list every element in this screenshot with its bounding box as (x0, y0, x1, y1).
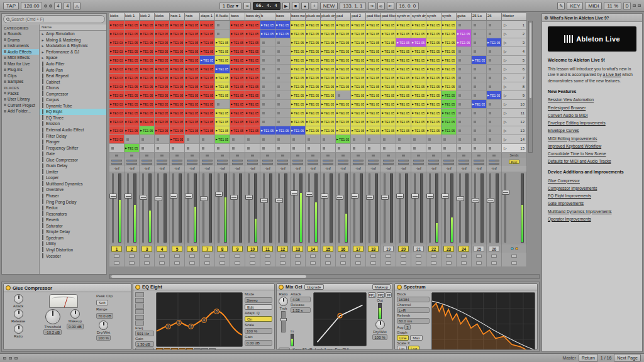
clip[interactable]: ▶TE1 05 (396, 65, 411, 74)
crossfade-cell[interactable] (487, 260, 502, 266)
track-activator[interactable]: 12 (275, 244, 291, 253)
clip-slot[interactable] (487, 100, 502, 109)
crossfade-cell[interactable] (381, 253, 396, 260)
fader-handle[interactable] (291, 190, 298, 195)
clip[interactable]: ▶TE1 05 (140, 82, 155, 91)
clip-stop-button[interactable] (306, 153, 321, 158)
clip[interactable]: ▶TE1 05 (291, 91, 306, 100)
clip[interactable]: ▶TE1 05 (381, 126, 396, 135)
clip[interactable]: ▶TE1 05 (230, 38, 245, 47)
crossfade-cell[interactable] (125, 260, 140, 266)
scene-launch[interactable]: ▷12 (502, 118, 527, 126)
clip[interactable]: ▶TE1 05 (321, 118, 336, 126)
clip[interactable]: ▶TE1 05 (336, 38, 351, 47)
track-activator[interactable]: 26 (487, 244, 502, 253)
clip-stop-button[interactable] (321, 153, 336, 158)
clip[interactable]: ▶TE3 05 (155, 30, 170, 38)
clip-slot[interactable] (291, 144, 306, 153)
clip-slot[interactable] (215, 144, 230, 153)
scene-launch[interactable]: ▷11 (502, 109, 527, 118)
clip[interactable]: ▶TE1 05 (396, 82, 411, 91)
browser-item-flanger[interactable]: Flanger (40, 139, 106, 145)
clip[interactable]: ▶TE1 05 (306, 126, 321, 135)
lookahead-value[interactable]: Look 1 ms (315, 348, 333, 350)
lesson-link-improved-keyboard-workflow[interactable]: Improved Keyboard Workflow (548, 143, 636, 150)
clip[interactable]: ▶TE1 05 (366, 74, 381, 82)
send-b-slider[interactable] (187, 163, 197, 165)
fader-handle[interactable] (441, 194, 449, 199)
clip-slot[interactable] (411, 144, 426, 153)
clip[interactable]: ▶TE1 05 (487, 91, 502, 100)
q-value[interactable]: 0.71 (135, 348, 154, 350)
soft-clip-toggle[interactable]: Soft (96, 300, 108, 305)
clip[interactable]: ▶TE1 05 (381, 21, 396, 30)
track-header[interactable]: pluck we (306, 13, 321, 21)
clip-slot[interactable] (457, 144, 472, 153)
clip[interactable]: ▶TE3 03 (109, 47, 125, 56)
crossfade-cell[interactable] (306, 260, 321, 266)
clip[interactable]: ▶TE1 05 (366, 65, 381, 74)
crossfade-cell[interactable] (441, 253, 457, 260)
send-a-slider[interactable] (443, 160, 454, 162)
fader-handle[interactable] (426, 194, 434, 199)
track-activator[interactable]: 22 (426, 244, 441, 253)
clip[interactable]: ▶TE1 05 (411, 56, 426, 65)
fader-cell[interactable] (487, 172, 502, 244)
crossfade-cell[interactable] (411, 253, 426, 260)
makeup-knob[interactable] (70, 309, 80, 319)
clip[interactable]: ▶TE1 05 (351, 91, 366, 100)
crossfade-cell[interactable] (215, 253, 230, 260)
clip-slot[interactable] (457, 91, 472, 100)
clip[interactable]: ▶TE1 05 (441, 30, 457, 38)
track-header[interactable]: hats 1 (170, 13, 185, 21)
clip[interactable]: ▶TE1 05 (275, 21, 291, 30)
crossfade-cell[interactable] (230, 260, 245, 266)
clip[interactable]: ▶TE1 05 (215, 56, 230, 65)
session-vertical-scrollbar[interactable] (528, 21, 533, 153)
send-a-slider[interactable] (428, 160, 439, 162)
clip[interactable]: ▶TE3 05 (155, 118, 170, 126)
clip[interactable]: ▶TE1 05 (426, 47, 441, 56)
sidebar-item-midi-effects[interactable]: MIDI Effects (2, 55, 39, 61)
crossfade-cell[interactable] (396, 260, 411, 266)
crossfade-cell[interactable] (245, 253, 260, 260)
new-button[interactable]: NEW (320, 2, 338, 10)
clip[interactable]: ▶TE1 05 (125, 91, 140, 100)
clip[interactable]: ▶TE1 05 (396, 21, 411, 30)
clip[interactable]: ▶TE1 05 (321, 38, 336, 47)
clip[interactable]: ▶TE1 05 (260, 21, 275, 30)
scene-launch[interactable]: ▷15 (502, 144, 527, 153)
clip[interactable]: ▶TE1 05 (245, 109, 260, 118)
clip[interactable]: ▶TE1 05 (351, 109, 366, 118)
fader-cell[interactable] (109, 172, 125, 244)
clip[interactable]: ▶TE1 05 (396, 91, 411, 100)
clip-slot[interactable] (155, 144, 170, 153)
clip[interactable]: ▶TE1 05 (230, 91, 245, 100)
clip-slot[interactable] (381, 144, 396, 153)
clip-slot[interactable] (487, 74, 502, 82)
clip[interactable]: ▶TE1 05 (140, 30, 155, 38)
clip-slot[interactable] (140, 144, 155, 153)
browser-item-auto-pan[interactable]: Auto Pan (40, 67, 106, 73)
clip-slot[interactable] (336, 144, 351, 153)
dry-wet-value[interactable]: 100 % (96, 335, 111, 341)
fader-handle[interactable] (155, 196, 162, 201)
clip[interactable]: ▶TE1 05 (140, 56, 155, 65)
clip[interactable]: ▶TE1 05 (200, 30, 215, 38)
clip[interactable]: ▶TE1 05 (170, 38, 185, 47)
dry-wet-knob[interactable] (375, 320, 385, 329)
clip[interactable]: ▶TE1 05 (170, 100, 185, 109)
clip-slot[interactable] (260, 144, 275, 153)
send-b-slider[interactable] (172, 163, 182, 165)
sidebar-item-sounds[interactable]: Sounds (2, 31, 39, 37)
send-b-slider[interactable] (443, 163, 454, 165)
clip-slot[interactable] (457, 82, 472, 91)
clip[interactable]: ▶TE1 05 (125, 126, 140, 135)
clip[interactable]: ▶TE1 05 (426, 100, 441, 109)
tempo-field[interactable]: 128.00 (21, 2, 42, 10)
scale-lin-button[interactable]: Lin (397, 346, 407, 350)
fader-handle[interactable] (215, 192, 223, 197)
clip[interactable]: ▶TE1 05 (185, 74, 200, 82)
clip[interactable]: ▶TE1 05 (396, 30, 411, 38)
clip[interactable]: ▶TE1 05 (125, 21, 140, 30)
